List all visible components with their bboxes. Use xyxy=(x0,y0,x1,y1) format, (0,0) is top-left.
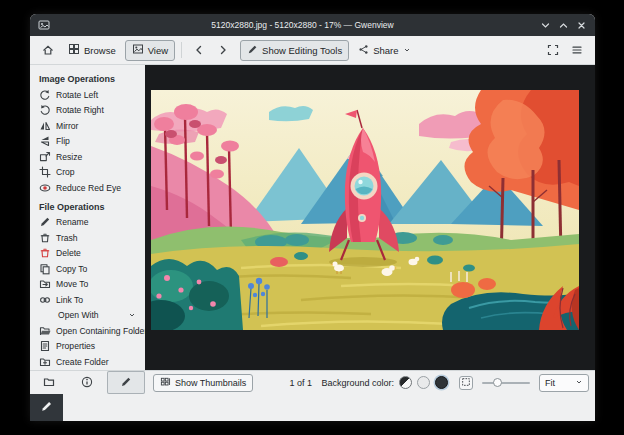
back-button[interactable] xyxy=(188,40,210,61)
thumbnails-icon xyxy=(160,376,171,389)
chevron-down-icon xyxy=(128,311,136,319)
main-toolbar: Browse View Show Editing Tools Share xyxy=(30,36,595,65)
zoom-slider[interactable] xyxy=(482,376,530,390)
chevron-down-icon xyxy=(403,45,411,56)
bg-color-light-option[interactable] xyxy=(417,376,430,389)
hamburger-menu-button[interactable] xyxy=(566,40,588,61)
sidebar-item-label: Crop xyxy=(56,167,75,177)
sidebar-item-trash[interactable]: Trash xyxy=(30,230,145,246)
copy-icon xyxy=(39,263,51,275)
sidebar-item-link-to[interactable]: Link To xyxy=(30,292,145,308)
pencil-icon xyxy=(120,376,132,390)
sidebar-item-label: Reduce Red Eye xyxy=(56,183,121,193)
pencil-icon xyxy=(40,399,53,417)
editing-tools-label: Show Editing Tools xyxy=(262,45,342,56)
show-thumbnails-label: Show Thumbnails xyxy=(175,378,246,388)
sidebar-item-open-containing-folder[interactable]: Open Containing Folder xyxy=(30,323,145,339)
view-icon xyxy=(132,43,144,57)
rotate-right-icon xyxy=(39,104,51,116)
folder-icon xyxy=(43,376,55,390)
sidebar-tabbar xyxy=(30,371,145,394)
photo-illustration xyxy=(151,90,579,330)
sidebar-item-label: Rotate Right xyxy=(56,105,104,115)
sidebar-item-properties[interactable]: Properties xyxy=(30,339,145,355)
sidebar-item-label: Rename xyxy=(56,217,88,227)
minimize-button[interactable] xyxy=(540,20,550,30)
share-label: Share xyxy=(373,45,398,56)
resize-icon xyxy=(39,151,51,163)
browse-label: Browse xyxy=(84,45,116,56)
window-title: 5120x2880.jpg - 5120x2880 - 17% — Gwenvi… xyxy=(80,20,525,30)
zoom-mode-select[interactable]: Fit xyxy=(539,374,589,392)
sidebar-tab-information[interactable] xyxy=(68,371,106,394)
share-icon xyxy=(358,44,369,57)
sidebar-item-open-with[interactable]: Open With xyxy=(30,308,145,324)
section-title-file-operations: File Operations xyxy=(30,196,145,215)
pencil-icon xyxy=(247,44,258,57)
bg-color-auto-option[interactable] xyxy=(399,376,412,389)
zoom-mode-value: Fit xyxy=(545,378,555,388)
sidebar-panel: Image OperationsRotate LeftRotate RightM… xyxy=(30,65,145,370)
close-button[interactable] xyxy=(576,20,586,30)
sidebar-item-mirror[interactable]: Mirror xyxy=(30,118,145,134)
bg-color-dark-option[interactable] xyxy=(435,376,448,389)
sidebar-item-resize[interactable]: Resize xyxy=(30,149,145,165)
sidebar-item-rotate-right[interactable]: Rotate Right xyxy=(30,103,145,119)
rename-icon xyxy=(39,216,51,228)
operations-mode-button[interactable] xyxy=(30,394,63,421)
flip-icon xyxy=(39,135,51,147)
sidebar-tab-folders[interactable] xyxy=(30,371,68,394)
zoom-slider-track[interactable] xyxy=(482,382,530,385)
rotate-left-icon xyxy=(39,89,51,101)
sidebar-item-label: Flip xyxy=(56,136,70,146)
zoom-slider-handle[interactable] xyxy=(493,378,502,387)
sidebar-item-reduce-red-eye[interactable]: Reduce Red Eye xyxy=(30,180,145,196)
browse-mode-button[interactable]: Browse xyxy=(61,40,123,61)
sidebar-item-label: Resize xyxy=(56,152,82,162)
move-icon xyxy=(39,278,51,290)
show-editing-tools-button[interactable]: Show Editing Tools xyxy=(240,40,349,61)
browse-icon xyxy=(68,43,80,57)
view-label: View xyxy=(148,45,168,56)
sidebar-item-label: Delete xyxy=(56,248,81,258)
sidebar-item-label: Link To xyxy=(56,295,83,305)
folder-open-icon xyxy=(39,325,51,337)
crop-icon xyxy=(39,166,51,178)
fullscreen-button[interactable] xyxy=(542,40,564,61)
home-button[interactable] xyxy=(37,40,59,61)
sidebar-item-label: Copy To xyxy=(56,264,87,274)
section-title-image-operations: Image Operations xyxy=(30,68,145,87)
sidebar-tab-operations[interactable] xyxy=(107,371,145,394)
titlebar[interactable]: 5120x2880.jpg - 5120x2880 - 17% — Gwenvi… xyxy=(30,14,595,36)
zoom-fit-icon xyxy=(461,377,471,389)
statusbar: Show Thumbnails 1 of 1 Background color:… xyxy=(30,370,595,394)
image-canvas[interactable] xyxy=(145,65,595,370)
show-thumbnails-button[interactable]: Show Thumbnails xyxy=(153,374,253,392)
sidebar-item-delete[interactable]: Delete xyxy=(30,246,145,262)
folder-new-icon xyxy=(39,356,51,368)
sidebar-item-crop[interactable]: Crop xyxy=(30,165,145,181)
link-icon xyxy=(39,294,51,306)
sidebar-item-create-folder[interactable]: Create Folder xyxy=(30,354,145,370)
background-color-group: Background color: Fit xyxy=(321,374,589,392)
sidebar-item-rename[interactable]: Rename xyxy=(30,215,145,231)
bottom-strip xyxy=(30,394,595,421)
sidebar-item-label: Create Folder xyxy=(56,357,109,367)
maximize-button[interactable] xyxy=(558,20,568,30)
sidebar-item-move-to[interactable]: Move To xyxy=(30,277,145,293)
sidebar-item-label: Trash xyxy=(56,233,78,243)
sidebar-item-label: Open With xyxy=(58,310,99,320)
view-mode-button[interactable]: View xyxy=(125,40,175,61)
content-area: Image OperationsRotate LeftRotate RightM… xyxy=(30,65,595,370)
properties-icon xyxy=(39,340,51,352)
share-button[interactable]: Share xyxy=(351,40,417,61)
mirror-icon xyxy=(39,120,51,132)
sidebar-item-rotate-left[interactable]: Rotate Left xyxy=(30,87,145,103)
sidebar-item-flip[interactable]: Flip xyxy=(30,134,145,150)
forward-button[interactable] xyxy=(212,40,234,61)
trash-icon xyxy=(39,232,51,244)
sidebar-item-label: Mirror xyxy=(56,121,78,131)
zoom-fit-button[interactable] xyxy=(459,376,473,390)
sidebar-item-copy-to[interactable]: Copy To xyxy=(30,261,145,277)
sidebar-item-label: Properties xyxy=(56,341,95,351)
